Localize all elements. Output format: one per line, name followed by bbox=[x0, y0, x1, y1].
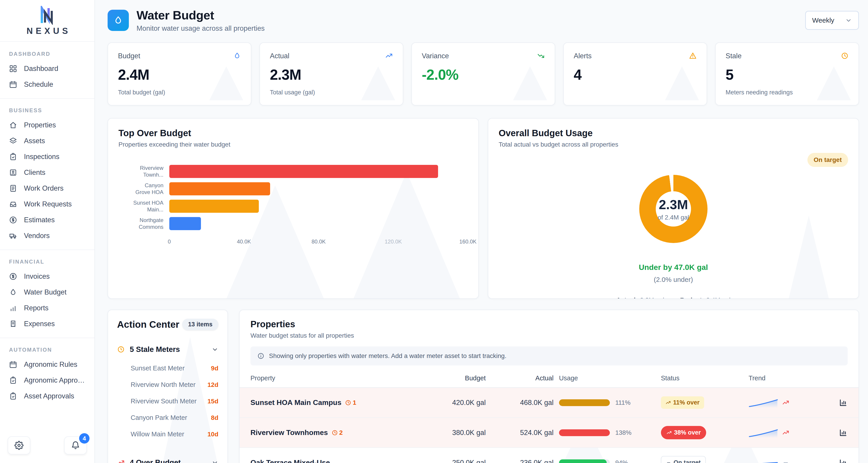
bar-chart-icon bbox=[9, 304, 17, 312]
row-chart-button[interactable] bbox=[819, 458, 848, 463]
period-selector[interactable]: Weekly bbox=[805, 11, 859, 30]
property-row-oak-terrace-mixed-use[interactable]: Oak Terrace Mixed-Use 250.0K gal 236.0K … bbox=[240, 448, 859, 463]
kpi-value: 4 bbox=[574, 66, 697, 83]
column-header-budget: Budget bbox=[421, 374, 486, 382]
x-axis-tick: 40.0K bbox=[237, 238, 251, 245]
action-center-items-badge: 13 items bbox=[182, 319, 218, 330]
sidebar-item-invoices[interactable]: Invoices bbox=[0, 269, 94, 284]
property-name: Riverview Townhomes 2 bbox=[250, 428, 415, 437]
droplet-icon bbox=[9, 288, 17, 296]
id-card-icon bbox=[9, 168, 17, 177]
water-budget-app-tile bbox=[107, 10, 129, 31]
sidebar-item-label: Dashboard bbox=[24, 65, 58, 73]
sidebar-item-inspections[interactable]: Inspections bbox=[0, 149, 94, 165]
sidebar-section-automation: AUTOMATION Agronomic Rules Agronomic App… bbox=[0, 338, 94, 404]
sidebar-item-dashboard[interactable]: Dashboard bbox=[0, 61, 94, 76]
sidebar-item-assets[interactable]: Assets bbox=[0, 133, 94, 149]
sidebar-item-label: Agronomic Approv... bbox=[24, 376, 86, 385]
kpi-label: Budget bbox=[118, 52, 140, 60]
sidebar-item-properties[interactable]: Properties bbox=[0, 117, 94, 133]
bar-fill[interactable] bbox=[169, 182, 270, 195]
x-axis-tick: 80.0K bbox=[311, 238, 326, 245]
action-group-header[interactable]: 4 Over Budget bbox=[117, 455, 218, 463]
settings-button[interactable] bbox=[8, 436, 30, 455]
budget-delta-percent: (2.0% under) bbox=[654, 276, 693, 284]
property-row-sunset-hoa-main-campus[interactable]: Sunset HOA Main Campus 1 420.0K gal 468.… bbox=[240, 388, 859, 418]
sidebar-item-label: Work Orders bbox=[24, 184, 64, 192]
action-item-canyon-park-meter[interactable]: Canyon Park Meter 8d bbox=[131, 409, 218, 426]
action-group-5-stale-meters: 5 Stale Meters Sunset East Meter 9d Rive… bbox=[117, 342, 218, 442]
top-over-budget-card: Top Over Budget Properties exceeding the… bbox=[107, 118, 479, 299]
property-row-riverview-townhomes[interactable]: Riverview Townhomes 2 380.0K gal 524.0K … bbox=[240, 418, 859, 448]
budget-delta-text: Under by 47.0K gal bbox=[639, 263, 708, 272]
sidebar-item-label: Reports bbox=[24, 304, 49, 312]
action-item-riverview-south-meter[interactable]: Riverview South Meter 15d bbox=[131, 393, 218, 409]
property-budget: 420.0K gal bbox=[421, 399, 486, 407]
action-item-value: 9d bbox=[211, 365, 218, 372]
bar-fill[interactable] bbox=[169, 200, 259, 213]
column-header-trend: Trend bbox=[749, 374, 814, 382]
notifications-button[interactable]: 4 bbox=[64, 436, 87, 455]
kpi-sublabel bbox=[422, 89, 545, 96]
trend-up-icon bbox=[782, 429, 789, 436]
action-item-sunset-east-meter[interactable]: Sunset East Meter 9d bbox=[131, 360, 218, 376]
bar-category-label: Canyon Grove HOA bbox=[119, 182, 169, 196]
bar-category-label: Riverview Townh... bbox=[119, 165, 169, 178]
action-group-header[interactable]: 5 Stale Meters bbox=[117, 342, 218, 357]
x-axis-tick: 160.0K bbox=[459, 238, 476, 245]
budget-donut-chart: 2.3M of 2.4M gal Under by 47.0K gal (2.0… bbox=[499, 148, 848, 299]
sidebar-item-agronomic-approv[interactable]: Agronomic Approv... bbox=[0, 372, 94, 388]
sidebar-item-estimates[interactable]: Estimates bbox=[0, 212, 94, 228]
over-budget-bar-chart: Riverview Townh... Canyon Grove HOA Suns… bbox=[119, 163, 468, 232]
calendar-icon bbox=[9, 360, 17, 369]
chart-title: Top Over Budget bbox=[119, 128, 468, 138]
action-center-header: Action Center 13 items bbox=[117, 319, 218, 330]
action-item-riverview-north-meter[interactable]: Riverview North Meter 12d bbox=[131, 376, 218, 393]
sidebar-item-work-requests[interactable]: Work Requests bbox=[0, 196, 94, 212]
bar-category-label: Northgate Commons bbox=[119, 217, 169, 230]
bar-fill[interactable] bbox=[169, 165, 438, 178]
sidebar-item-label: Water Budget bbox=[24, 288, 66, 296]
sidebar-item-reports[interactable]: Reports bbox=[0, 300, 94, 316]
dollar-circle-icon bbox=[9, 272, 17, 280]
donut-center-value: 2.3M bbox=[659, 197, 688, 212]
action-group-4-over-budget: 4 Over Budget Riverview Townho... +38% C… bbox=[117, 455, 218, 463]
page-title: Water Budget bbox=[136, 8, 265, 22]
period-selector-value: Weekly bbox=[812, 16, 834, 24]
kpi-value: 2.4M bbox=[118, 66, 241, 83]
sidebar-section-label: AUTOMATION bbox=[9, 347, 86, 353]
action-item-value: 8d bbox=[211, 414, 218, 422]
receipt-icon bbox=[9, 320, 17, 328]
sidebar-item-asset-approvals[interactable]: Asset Approvals bbox=[0, 388, 94, 404]
properties-title: Properties bbox=[250, 319, 848, 329]
sidebar-item-clients[interactable]: Clients bbox=[0, 165, 94, 180]
action-group-title: 4 Over Budget bbox=[130, 458, 207, 463]
kpi-value: 5 bbox=[725, 66, 848, 83]
sidebar-item-work-orders[interactable]: Work Orders bbox=[0, 180, 94, 196]
row-chart-button[interactable] bbox=[819, 398, 848, 407]
warning-icon bbox=[689, 52, 697, 60]
action-item-willow-main-meter[interactable]: Willow Main Meter 10d bbox=[131, 426, 218, 442]
charts-row: Top Over Budget Properties exceeding the… bbox=[107, 118, 859, 299]
droplet-icon bbox=[233, 52, 241, 60]
chart-subtitle: Total actual vs budget across all proper… bbox=[499, 141, 848, 148]
status-badge: On target bbox=[661, 456, 706, 463]
trend-up-icon bbox=[117, 459, 125, 463]
sidebar-item-agronomic-rules[interactable]: Agronomic Rules bbox=[0, 357, 94, 372]
sidebar-item-schedule[interactable]: Schedule bbox=[0, 76, 94, 92]
property-name: Oak Terrace Mixed-Use bbox=[250, 459, 415, 463]
sidebar-item-expenses[interactable]: Expenses bbox=[0, 316, 94, 332]
sidebar-nav: DASHBOARD Dashboard Schedule BUSINESS Pr… bbox=[0, 42, 94, 430]
sidebar-item-vendors[interactable]: Vendors bbox=[0, 228, 94, 244]
clock-icon bbox=[841, 52, 848, 60]
column-chart-icon bbox=[839, 428, 848, 437]
row-chart-button[interactable] bbox=[819, 428, 848, 437]
actual-total: Actual:2.3M gal bbox=[616, 297, 664, 299]
page-header-text: Water Budget Monitor water usage across … bbox=[136, 8, 265, 33]
usage-cell: 111% bbox=[559, 399, 655, 406]
bar-fill[interactable] bbox=[169, 217, 201, 230]
action-center-groups: 5 Stale Meters Sunset East Meter 9d Rive… bbox=[117, 342, 218, 463]
sidebar-item-label: Asset Approvals bbox=[24, 392, 74, 400]
kpi-card-budget: Budget 2.4M Total budget (gal) bbox=[107, 42, 251, 105]
sidebar-item-water-budget[interactable]: Water Budget bbox=[0, 284, 94, 300]
